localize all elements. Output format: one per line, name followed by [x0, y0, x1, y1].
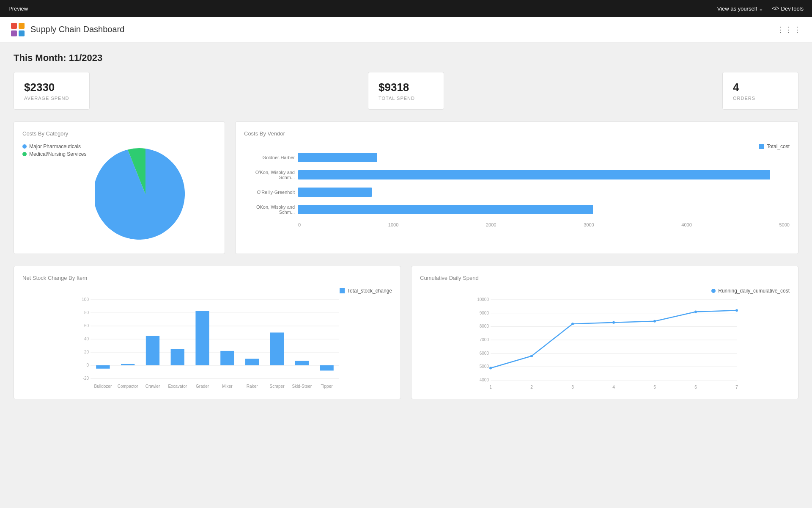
svg-rect-20 [121, 364, 134, 365]
devtools-label: DevTools [781, 6, 804, 12]
svg-point-53 [530, 355, 533, 357]
code-icon: </> [772, 6, 779, 11]
svg-point-56 [653, 320, 656, 323]
vendor-xaxis: 010002000300040005000 [298, 222, 790, 227]
svg-text:7: 7 [735, 385, 738, 389]
svg-text:-20: -20 [83, 376, 89, 381]
svg-rect-34 [295, 361, 309, 365]
main-content: This Month: 11/2023 $2330 AVERAGE SPEND … [0, 42, 812, 409]
vendor-bar-chart: Goldner-HarberO'Kon, Wisoky and Schm...O… [244, 153, 790, 227]
legend-dot-nursing [22, 152, 27, 156]
svg-text:5000: 5000 [480, 364, 489, 369]
vendor-bar-fill [298, 170, 770, 179]
svg-text:80: 80 [84, 310, 89, 315]
app-title: Supply Chain Dashboard [30, 25, 124, 34]
vendor-bar-label: OKon, Wisoky and Schm... [244, 204, 295, 215]
devtools-button[interactable]: </> DevTools [772, 6, 804, 12]
month-title: This Month: 11/2023 [14, 52, 798, 64]
svg-text:3: 3 [571, 385, 574, 389]
chevron-down-icon: ⌄ [759, 6, 763, 12]
svg-rect-36 [320, 365, 333, 370]
cumulative-svg: 100009000800070006000500040001234567 [420, 297, 790, 390]
vendor-bar-fill [298, 205, 593, 214]
kpi-avg-spend-label: AVERAGE SPEND [24, 96, 79, 101]
preview-label: Preview [8, 6, 28, 12]
svg-text:Grader: Grader [196, 384, 209, 389]
svg-text:Crawler: Crawler [145, 384, 160, 389]
svg-rect-32 [270, 333, 284, 366]
kpi-row: $2330 AVERAGE SPEND $9318 TOTAL SPEND 4 … [14, 72, 798, 110]
svg-text:Excavator: Excavator [168, 384, 187, 389]
kpi-total-spend-label: TOTAL SPEND [379, 96, 433, 101]
charts-row-1: Costs By Category Major Pharmaceuticals … [14, 121, 798, 254]
svg-text:4: 4 [612, 385, 615, 389]
kpi-card-avg-spend: $2330 AVERAGE SPEND [14, 72, 90, 110]
view-as-yourself-button[interactable]: View as yourself ⌄ [717, 6, 763, 12]
svg-point-54 [571, 323, 574, 325]
vendor-legend-square [759, 144, 764, 149]
kpi-card-total-spend: $9318 TOTAL SPEND [368, 72, 444, 110]
topbar-right: View as yourself ⌄ </> DevTools [717, 6, 804, 12]
vendor-bar-row: O'Kon, Wisoky and Schm... [244, 170, 790, 180]
net-stock-panel: Net Stock Change By Item Total_stock_cha… [14, 266, 401, 399]
svg-text:Bulldozer: Bulldozer [94, 384, 112, 389]
svg-point-58 [735, 309, 738, 312]
vendor-bar-fill [298, 188, 372, 197]
svg-text:40: 40 [84, 337, 89, 341]
grid-menu-icon[interactable]: ⋮⋮⋮ [776, 25, 802, 34]
cumulative-legend-label: Running_daily_cumulative_cost [718, 288, 790, 294]
svg-text:10000: 10000 [477, 297, 489, 302]
svg-text:Raker: Raker [247, 384, 258, 389]
app-header: Supply Chain Dashboard ⋮⋮⋮ [0, 17, 812, 42]
svg-text:8000: 8000 [480, 324, 489, 329]
cumulative-spend-title: Cumulative Daily Spend [420, 275, 790, 281]
svg-text:7000: 7000 [480, 337, 489, 342]
svg-rect-1 [11, 30, 17, 36]
vendor-bar-track [298, 188, 790, 197]
svg-rect-0 [11, 23, 17, 29]
svg-text:60: 60 [84, 323, 89, 328]
svg-rect-28 [220, 351, 234, 365]
vendor-legend: Total_cost [244, 144, 790, 149]
svg-rect-26 [195, 311, 209, 365]
svg-rect-18 [96, 365, 110, 369]
cumulative-legend-dot [711, 289, 716, 293]
costs-by-vendor-title: Costs By Vendor [244, 130, 790, 137]
legend-dot-pharma [22, 144, 27, 149]
svg-text:6000: 6000 [480, 351, 489, 356]
costs-by-category-panel: Costs By Category Major Pharmaceuticals … [14, 121, 225, 254]
net-stock-legend-label: Total_stock_change [347, 288, 392, 294]
svg-text:9000: 9000 [480, 311, 489, 315]
vendor-bar-row: OKon, Wisoky and Schm... [244, 204, 790, 215]
net-stock-title: Net Stock Change By Item [22, 275, 392, 281]
kpi-avg-spend-value: $2330 [24, 81, 79, 94]
vendor-bar-label: O'Kon, Wisoky and Schm... [244, 170, 295, 180]
kpi-total-spend-value: $9318 [379, 81, 433, 94]
cumulative-legend: Running_daily_cumulative_cost [420, 288, 790, 294]
legend-label-pharma: Major Pharmaceuticals [29, 144, 81, 149]
vendor-bar-row: O'Reilly-Greenholt [244, 188, 790, 197]
vendor-bar-label: O'Reilly-Greenholt [244, 190, 295, 195]
svg-text:100: 100 [82, 297, 89, 302]
kpi-orders-value: 4 [733, 81, 788, 94]
svg-text:6: 6 [694, 385, 697, 389]
net-stock-svg: 100806040200-20BulldozerCompactorCrawler… [22, 297, 392, 390]
legend-label-nursing: Medical/Nursing Services [29, 151, 86, 157]
svg-text:Tipper: Tipper [321, 384, 333, 389]
vendor-bar-row: Goldner-Harber [244, 153, 790, 162]
app-logo [10, 22, 25, 37]
kpi-card-orders: 4 ORDERS [722, 72, 798, 110]
svg-text:Scraper: Scraper [269, 384, 285, 389]
kpi-orders-label: ORDERS [733, 96, 788, 101]
svg-text:Mixer: Mixer [222, 384, 233, 389]
topbar: Preview View as yourself ⌄ </> DevTools [0, 0, 812, 17]
svg-rect-2 [19, 23, 25, 29]
vendor-bar-fill [298, 153, 377, 162]
svg-text:Skid-Steer: Skid-Steer [292, 384, 312, 389]
legend-item-nursing: Medical/Nursing Services [22, 151, 86, 157]
cumulative-chart-container: 100009000800070006000500040001234567 [420, 297, 790, 390]
svg-text:5: 5 [653, 385, 656, 389]
net-stock-chart-container: 100806040200-20BulldozerCompactorCrawler… [22, 297, 392, 390]
svg-point-52 [489, 367, 492, 370]
legend-category: Major Pharmaceuticals Medical/Nursing Se… [22, 144, 86, 157]
